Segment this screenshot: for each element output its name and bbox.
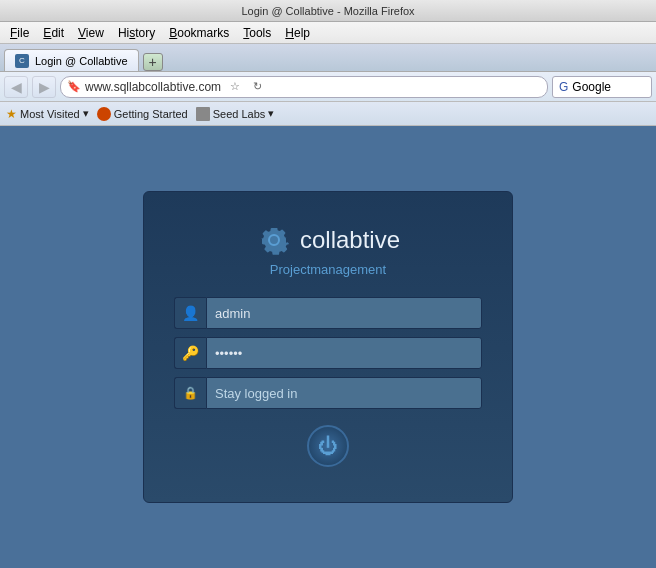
menu-tools[interactable]: Tools [237, 24, 277, 42]
window-title: Login @ Collabtive - Mozilla Firefox [241, 5, 414, 17]
bookmark-dropdown-icon: ▾ [83, 107, 89, 120]
login-button[interactable]: ⏻ [307, 425, 349, 467]
stay-logged-row: 🔒 Stay logged in [174, 377, 482, 409]
tab-favicon: C [15, 54, 29, 68]
url-icon: 🔖 [67, 80, 81, 93]
tab-bar: C Login @ Collabtive + [0, 44, 656, 72]
getting-started-icon [97, 107, 111, 121]
bookmark-getting-started-label: Getting Started [114, 108, 188, 120]
menu-view[interactable]: View [72, 24, 110, 42]
password-row: 🔑 [174, 337, 482, 369]
back-button[interactable]: ◀ [4, 76, 28, 98]
app-name: collabtive [300, 226, 400, 254]
lock-icon-box: 🔒 [174, 377, 206, 409]
bookmark-most-visited-label: Most Visited [20, 108, 80, 120]
bookmark-seed-labs-label: Seed Labs [213, 108, 266, 120]
content-area: collabtive Projectmanagement 👤 🔑 🔒 Stay … [0, 126, 656, 568]
username-input[interactable] [206, 297, 482, 329]
stay-logged-text: Stay logged in [215, 386, 297, 401]
bookmark-star-icon[interactable]: ☆ [225, 77, 245, 97]
nav-bar: ◀ ▶ 🔖 www.sqllabcollabtive.com ☆ ↻ G Goo… [0, 72, 656, 102]
search-placeholder: Google [572, 80, 611, 94]
seed-labs-icon [196, 107, 210, 121]
forward-icon: ▶ [39, 79, 50, 95]
password-input[interactable] [206, 337, 482, 369]
bookmark-getting-started[interactable]: Getting Started [97, 107, 188, 121]
bookmark-most-visited[interactable]: ★ Most Visited ▾ [6, 107, 89, 121]
url-bar[interactable]: 🔖 www.sqllabcollabtive.com ☆ ↻ [60, 76, 548, 98]
search-bar[interactable]: G Google [552, 76, 652, 98]
star-icon: ★ [6, 107, 17, 121]
new-tab-button[interactable]: + [143, 53, 163, 71]
menu-help[interactable]: Help [279, 24, 316, 42]
tab-title: Login @ Collabtive [35, 55, 128, 67]
login-box: collabtive Projectmanagement 👤 🔑 🔒 Stay … [143, 191, 513, 503]
seed-labs-dropdown-icon: ▾ [268, 107, 274, 120]
stay-logged-label[interactable]: Stay logged in [206, 377, 482, 409]
forward-button[interactable]: ▶ [32, 76, 56, 98]
key-icon: 🔑 [182, 345, 199, 361]
lock-icon: 🔒 [183, 386, 198, 400]
title-bar: Login @ Collabtive - Mozilla Firefox [0, 0, 656, 22]
logo-area: collabtive [256, 222, 400, 258]
bookmark-seed-labs[interactable]: Seed Labs ▾ [196, 107, 275, 121]
user-icon: 👤 [182, 305, 199, 321]
app-subtitle: Projectmanagement [270, 262, 386, 277]
url-text: www.sqllabcollabtive.com [85, 80, 221, 94]
refresh-icon[interactable]: ↻ [247, 77, 267, 97]
menu-bookmarks[interactable]: Bookmarks [163, 24, 235, 42]
password-icon-box: 🔑 [174, 337, 206, 369]
menu-bar: File Edit View History Bookmarks Tools H… [0, 22, 656, 44]
username-row: 👤 [174, 297, 482, 329]
google-icon: G [559, 80, 568, 94]
menu-edit[interactable]: Edit [37, 24, 70, 42]
menu-file[interactable]: File [4, 24, 35, 42]
username-icon-box: 👤 [174, 297, 206, 329]
back-icon: ◀ [11, 79, 22, 95]
active-tab[interactable]: C Login @ Collabtive [4, 49, 139, 71]
gear-icon [256, 222, 292, 258]
new-tab-icon: + [148, 54, 156, 70]
power-icon: ⏻ [318, 435, 338, 458]
bookmarks-bar: ★ Most Visited ▾ Getting Started Seed La… [0, 102, 656, 126]
menu-history[interactable]: History [112, 24, 161, 42]
